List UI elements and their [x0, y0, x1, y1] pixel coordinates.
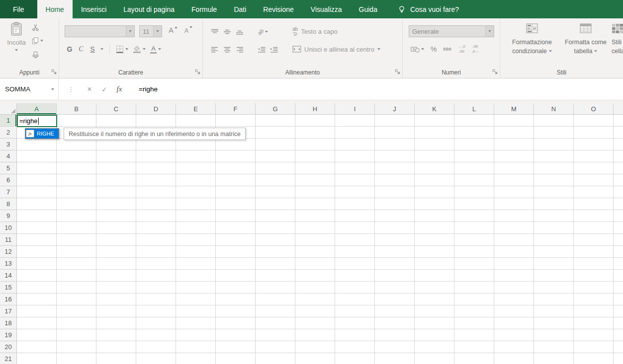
row-header-11[interactable]: 11 [0, 234, 16, 246]
column-header-D[interactable]: D [136, 103, 176, 114]
row-header-20[interactable]: 20 [0, 341, 16, 353]
decrease-decimal-button[interactable]: ,00,0→ [472, 44, 479, 54]
align-right-button[interactable] [236, 47, 244, 53]
increase-indent-button[interactable] [270, 47, 278, 53]
column-header-B[interactable]: B [57, 103, 96, 114]
align-bottom-button[interactable] [236, 29, 244, 35]
conditional-formatting-button[interactable]: Formattazione condizionale [504, 23, 560, 56]
tell-me-box[interactable]: Cosa vuoi fare? [398, 0, 459, 18]
row-header-2[interactable]: 2 [0, 127, 16, 139]
tab-home[interactable]: Home [37, 0, 73, 18]
tab-formule[interactable]: Formule [183, 0, 225, 18]
copy-button[interactable] [32, 37, 43, 45]
tab-inserisci[interactable]: Inserisci [73, 0, 115, 18]
tab-dati[interactable]: Dati [225, 0, 255, 18]
cell-styles-button[interactable]: Stili cella [612, 23, 623, 56]
row-header-13[interactable]: 13 [0, 258, 16, 270]
shrink-font-button[interactable]: A [184, 26, 192, 34]
tab-file[interactable]: File [0, 0, 37, 18]
active-cell-edit[interactable]: =righe [17, 115, 57, 127]
dialog-launcher-icon[interactable] [195, 69, 200, 74]
cut-button[interactable] [32, 23, 43, 31]
align-left-button[interactable] [211, 47, 219, 53]
row-header-5[interactable]: 5 [0, 162, 16, 174]
dialog-launcher-icon[interactable] [395, 69, 400, 74]
underline-button[interactable]: S [89, 45, 96, 53]
accounting-format-button[interactable] [411, 46, 424, 53]
percent-style-button[interactable]: % [431, 45, 437, 53]
column-header-G[interactable]: G [256, 103, 295, 114]
row-header-10[interactable]: 10 [0, 222, 16, 234]
tab-visualizza[interactable]: Visualizza [302, 0, 351, 18]
bold-button[interactable]: G [66, 45, 73, 53]
name-box-dropdown-icon[interactable] [51, 88, 54, 90]
row-header-1[interactable]: 1 [0, 115, 16, 127]
column-header-E[interactable]: E [176, 103, 216, 114]
merge-center-button[interactable]: Unisci e allinea al centro [292, 42, 380, 56]
formula-bar-splitter[interactable]: ⋮ [68, 85, 74, 93]
paste-button[interactable]: Incolla [3, 22, 30, 51]
column-header-K[interactable]: K [415, 103, 454, 114]
dialog-launcher-icon[interactable] [492, 69, 498, 74]
column-header-L[interactable]: L [454, 103, 494, 114]
font-color-button[interactable]: A [150, 45, 161, 54]
row-header-17[interactable]: 17 [0, 305, 16, 317]
name-box[interactable]: SOMMA [0, 78, 59, 100]
tab-guida[interactable]: Guida [351, 0, 386, 18]
column-header-N[interactable]: N [534, 103, 574, 114]
row-header-7[interactable]: 7 [0, 186, 16, 198]
formula-input[interactable]: =righe [139, 85, 158, 93]
column-header-J[interactable]: J [375, 103, 415, 114]
format-painter-button[interactable] [32, 50, 43, 58]
autocomplete-item-righe[interactable]: fx RIGHE [25, 129, 59, 139]
grow-font-button[interactable]: A [169, 26, 178, 34]
number-format-select[interactable]: Generale [409, 25, 494, 37]
column-header-H[interactable]: H [295, 103, 335, 114]
number-format-dropdown[interactable] [485, 26, 494, 37]
column-header-A[interactable]: A [17, 103, 57, 114]
grid-cells[interactable]: =righe fx RIGHE Restituisce il numero di… [17, 115, 623, 364]
font-name-select[interactable] [65, 25, 135, 37]
font-size-dropdown[interactable] [153, 26, 162, 37]
row-header-6[interactable]: 6 [0, 174, 16, 186]
row-header-18[interactable]: 18 [0, 317, 16, 329]
column-header-M[interactable]: M [494, 103, 534, 114]
column-header-I[interactable]: I [335, 103, 375, 114]
row-header-21[interactable]: 21 [0, 353, 16, 364]
font-name-dropdown[interactable] [126, 26, 134, 37]
column-header-F[interactable]: F [216, 103, 256, 114]
insert-function-button[interactable]: fx [112, 85, 127, 93]
fill-color-button[interactable] [133, 45, 146, 53]
row-header-15[interactable]: 15 [0, 282, 16, 293]
align-center-button[interactable] [223, 47, 231, 53]
column-header-C[interactable]: C [96, 103, 136, 114]
align-top-button[interactable] [211, 29, 219, 35]
increase-decimal-button[interactable]: ←,0,00 [458, 44, 465, 54]
font-size-select[interactable]: 11 [139, 25, 162, 37]
orientation-button[interactable]: ab [258, 29, 268, 35]
dialog-launcher-icon[interactable] [51, 69, 57, 74]
italic-button[interactable]: C [78, 45, 85, 53]
column-header-O[interactable]: O [574, 103, 614, 114]
comma-style-button[interactable]: 000 [443, 47, 451, 52]
row-header-14[interactable]: 14 [0, 270, 16, 282]
cancel-button[interactable]: × [82, 85, 97, 94]
wrap-text-button[interactable]: ab Testo a capo [292, 24, 338, 38]
row-header-12[interactable]: 12 [0, 246, 16, 258]
decrease-indent-button[interactable] [258, 47, 266, 53]
format-as-table-button[interactable]: Formatta come tabella [561, 23, 611, 56]
row-header-9[interactable]: 9 [0, 210, 16, 222]
enter-button[interactable]: ✓ [97, 85, 112, 93]
row-header-19[interactable]: 19 [0, 329, 16, 341]
borders-button[interactable] [116, 45, 128, 53]
row-header-4[interactable]: 4 [0, 150, 16, 162]
row-header-3[interactable]: 3 [0, 139, 16, 150]
tab-layout-di-pagina[interactable]: Layout di pagina [115, 0, 183, 18]
select-all-button[interactable] [0, 103, 17, 115]
row-header-8[interactable]: 8 [0, 198, 16, 210]
underline-options-chevron-icon[interactable] [100, 48, 103, 50]
tab-revisione[interactable]: Revisione [255, 0, 302, 18]
row-header-16[interactable]: 16 [0, 293, 16, 305]
align-middle-button[interactable] [223, 29, 231, 35]
column-header-P[interactable]: P [614, 103, 623, 114]
